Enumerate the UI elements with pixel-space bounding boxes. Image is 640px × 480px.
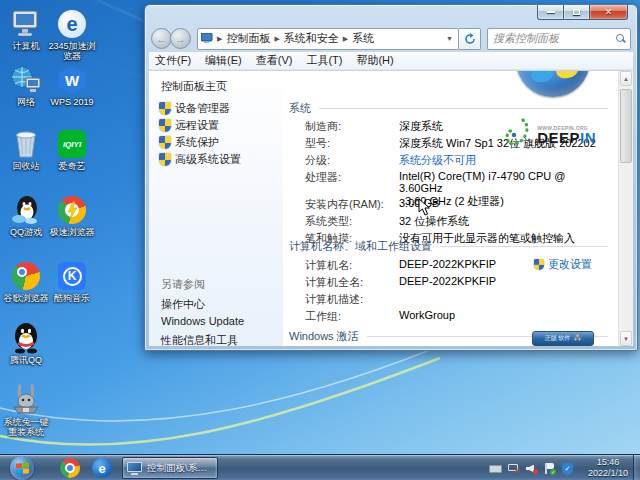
taskbar-window-button[interactable]: 控制面板\系统和... <box>122 457 218 479</box>
menu-tools[interactable]: 工具(T) <box>306 53 342 68</box>
menu-view[interactable]: 查看(V) <box>256 53 293 68</box>
clock-time: 15:46 <box>588 457 628 468</box>
field-label: 型号: <box>305 136 399 151</box>
security-shield-icon[interactable]: ✓ <box>561 462 574 475</box>
sidebar-item-control-panel-home[interactable]: 控制面板主页 <box>161 79 227 94</box>
taskbar-clock[interactable]: 15:46 2022/1/10 <box>588 457 628 479</box>
desktop-icon-wps[interactable]: W WPS 2019 <box>46 64 98 107</box>
scrollbar-thumb[interactable] <box>620 89 632 163</box>
desktop: 计算机 e 2345加速浏览器 网络 W WPS 2019 回收站 iQIYI … <box>0 0 640 480</box>
field-label: 安装内存(RAM): <box>305 197 399 212</box>
address-dropdown-icon[interactable]: ▼ <box>446 35 453 42</box>
clock-date: 2022/1/10 <box>588 468 628 479</box>
field-label: 系统类型: <box>305 214 399 229</box>
minimize-button[interactable] <box>537 5 564 20</box>
address-bar[interactable]: ▶ 控制面板 ▶ 系统和安全 ▶ 系统 ▼ <box>197 28 459 50</box>
action-center-flag-icon[interactable]: ✓ <box>543 462 556 475</box>
wps-icon: W <box>55 64 89 96</box>
forward-button[interactable]: → <box>170 28 191 49</box>
field-label: 计算机描述: <box>305 292 399 307</box>
desktop-icon-label: 极速浏览器 <box>46 227 98 237</box>
breadcrumb-separator: ▶ <box>343 35 348 43</box>
desktop-icon-chrome[interactable]: 谷歌浏览器 <box>0 260 52 303</box>
menu-bar: 文件(F) 编辑(E) 查看(V) 工具(T) 帮助(H) <box>149 52 633 70</box>
desktop-icon-2345-browser[interactable]: e 2345加速浏览器 <box>46 8 98 61</box>
sidebar-item-remote-settings[interactable]: 远程设置 <box>159 118 219 133</box>
search-input[interactable]: 搜索控制面板 <box>487 28 631 50</box>
vertical-scrollbar[interactable]: ▲ ▼ <box>618 71 633 346</box>
windows-flag-icon <box>16 462 29 474</box>
system-info-panel: 系统 制造商:深度系统 型号:深度系统 Win7 Sp1 32位 旗舰版 202… <box>283 71 618 346</box>
sidebar-item-windows-update[interactable]: Windows Update <box>161 315 244 327</box>
show-desktop-button[interactable] <box>633 455 640 480</box>
e-browser-icon: e <box>92 458 112 478</box>
desktop-icon-network[interactable]: 网络 <box>0 64 52 107</box>
breadcrumb-system[interactable]: 系统 <box>352 31 374 46</box>
field-value: 32 位操作系统 <box>399 214 469 229</box>
desktop-icon-kugou[interactable]: K 酷狗音乐 <box>46 260 98 303</box>
section-title: 计算机名称、域和工作组设置 <box>289 239 432 254</box>
system-tray: ✕ ✓ ✓ <box>489 455 574 480</box>
sidebar-item-advanced-system-settings[interactable]: 高级系统设置 <box>159 152 241 167</box>
scroll-up-button[interactable]: ▲ <box>620 71 632 86</box>
taskbar-chrome-button[interactable] <box>58 457 82 479</box>
iqiyi-icon: iQIYI <box>55 128 89 160</box>
desktop-icon-label: 腾讯QQ <box>0 355 52 365</box>
close-button[interactable]: ✕ <box>590 5 628 20</box>
desktop-icon-label: WPS 2019 <box>46 97 98 107</box>
genuine-flag-icon: ⁂ <box>573 334 581 343</box>
deepin-logo: WWW.DEEPIN.ORG DEEPIN <box>503 117 596 149</box>
desktop-icon-label: 爱奇艺 <box>46 161 98 171</box>
start-button[interactable] <box>10 456 34 480</box>
refresh-icon <box>464 33 476 45</box>
sidebar-item-device-manager[interactable]: 设备管理器 <box>159 101 230 116</box>
system-rating-link[interactable]: 系统分级不可用 <box>399 153 476 168</box>
wallpaper-curves <box>0 336 460 466</box>
menu-edit[interactable]: 编辑(E) <box>205 53 242 68</box>
field-value: WorkGroup <box>399 309 455 324</box>
scroll-down-button[interactable]: ▼ <box>620 331 632 346</box>
desktop-icon-label: 网络 <box>0 97 52 107</box>
refresh-button[interactable] <box>459 28 481 50</box>
sidebar-item-performance-tools[interactable]: 性能信息和工具 <box>161 333 238 346</box>
field-value: 深度系统 <box>399 119 443 134</box>
section-title: 系统 <box>289 101 311 116</box>
desktop-icon-system-rabbit[interactable]: 系统兔一键重装系统 <box>0 384 52 437</box>
windows-flag-yellow <box>555 71 579 79</box>
sidebar-item-action-center[interactable]: 操作中心 <box>161 297 205 312</box>
field-label: 计算机全名: <box>305 275 399 290</box>
back-button[interactable]: ← <box>151 28 172 49</box>
desktop-icon-iqiyi[interactable]: iQIYI 爱奇艺 <box>46 128 98 171</box>
taskbar-browser-button[interactable]: e <box>90 457 114 479</box>
desktop-icon-label: 计算机 <box>0 41 52 51</box>
field-label: 工作组: <box>305 309 399 324</box>
breadcrumb-system-security[interactable]: 系统和安全 <box>284 31 339 46</box>
sidebar-item-label: 系统保护 <box>175 135 219 150</box>
kugou-icon: K <box>55 260 89 292</box>
deepin-swirl-icon <box>503 117 533 149</box>
menu-help[interactable]: 帮助(H) <box>356 53 393 68</box>
menu-file[interactable]: 文件(F) <box>155 53 191 68</box>
desktop-icon-label: 酷狗音乐 <box>46 293 98 303</box>
qq-game-icon <box>9 194 43 226</box>
volume-muted-icon[interactable] <box>525 462 538 475</box>
taskbar: e 控制面板\系统和... ✕ ✓ ✓ 15:46 2022/1/10 <box>0 454 640 480</box>
network-status-icon[interactable]: ✕ <box>507 462 520 475</box>
field-label: 制造商: <box>305 119 399 134</box>
desktop-icon-speed-browser[interactable]: 极速浏览器 <box>46 194 98 237</box>
field-label: 分级: <box>305 153 399 168</box>
desktop-icon-recycle-bin[interactable]: 回收站 <box>0 128 52 171</box>
desktop-icon-qq-game[interactable]: QQ游戏 <box>0 194 52 237</box>
input-language-icon[interactable] <box>489 462 502 475</box>
window-caption-buttons: ✕ <box>537 5 628 20</box>
desktop-icon-tencent-qq[interactable]: 腾讯QQ <box>0 322 52 365</box>
sidebar-item-system-protection[interactable]: 系统保护 <box>159 135 219 150</box>
breadcrumb-control-panel[interactable]: 控制面板 <box>226 31 270 46</box>
desktop-icon-computer[interactable]: 计算机 <box>0 8 52 51</box>
search-placeholder: 搜索控制面板 <box>493 31 559 46</box>
genuine-software-badge[interactable]: 正版 软件 ⁂ <box>532 331 594 346</box>
computer-icon <box>9 8 43 40</box>
chrome-icon <box>9 260 43 292</box>
maximize-button[interactable] <box>564 5 590 20</box>
section-computer-name: 计算机名称、域和工作组设置 <box>289 239 608 254</box>
